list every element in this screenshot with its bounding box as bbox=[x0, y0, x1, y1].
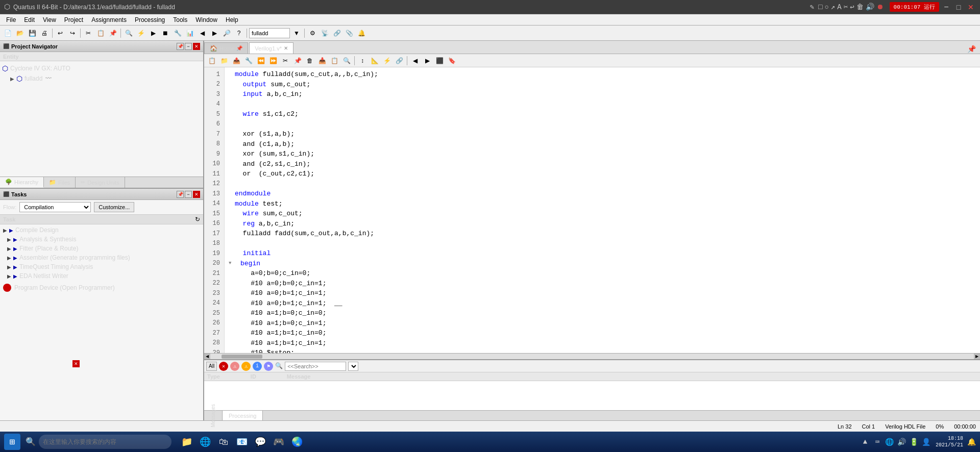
analyze-button[interactable]: 🔧 bbox=[172, 28, 183, 39]
tasks-min-button[interactable]: − bbox=[185, 191, 192, 198]
menu-view[interactable]: View bbox=[39, 15, 60, 24]
refresh-task-button[interactable]: ↻ bbox=[195, 216, 200, 223]
task-eda-netlist[interactable]: ▶ ▶ EDA Netlist Writer bbox=[1, 271, 202, 281]
nav-unpin-button[interactable]: 📌 bbox=[177, 43, 184, 50]
taskbar-icon-store[interactable]: 🛍 bbox=[215, 434, 232, 450]
stop-button[interactable]: ⏹ bbox=[160, 28, 171, 39]
menu-processing[interactable]: Processing bbox=[131, 15, 169, 24]
taskbar-icon-app2[interactable]: 🌏 bbox=[289, 434, 305, 450]
ed-btn-17[interactable]: ◀ bbox=[409, 55, 421, 66]
menu-window[interactable]: Window bbox=[191, 15, 222, 24]
tab-hierarchy[interactable]: 🌳 Hierarchy bbox=[0, 177, 44, 188]
ed-btn-6[interactable]: ⏩ bbox=[267, 55, 279, 66]
find-button[interactable]: 🔍 bbox=[123, 28, 134, 39]
tb-btn-extra1[interactable]: ⚙ bbox=[307, 28, 318, 39]
info-icon[interactable]: i bbox=[253, 362, 262, 371]
ed-btn-14[interactable]: 📐 bbox=[369, 55, 380, 66]
warning-icon[interactable]: ⚠ bbox=[230, 362, 239, 371]
task-timequest[interactable]: ▶ ▶ TimeQuest Timing Analysis bbox=[1, 262, 202, 271]
sys-up-icon[interactable]: ▲ bbox=[860, 437, 870, 447]
hscroll-left-button[interactable]: ◀ bbox=[204, 354, 210, 360]
start-button[interactable]: ▶ bbox=[148, 28, 159, 39]
msg-tab-processing[interactable]: Processing bbox=[223, 411, 263, 420]
stop-icon[interactable]: □ bbox=[818, 3, 822, 11]
zoom-button[interactable]: 🔎 bbox=[221, 28, 232, 39]
compile-button[interactable]: ⚡ bbox=[135, 28, 146, 39]
ed-btn-20[interactable]: 🔖 bbox=[446, 55, 457, 66]
ed-btn-8[interactable]: 📌 bbox=[292, 55, 303, 66]
taskbar-search-input[interactable] bbox=[39, 435, 172, 449]
nav-close-button[interactable]: ✕ bbox=[193, 43, 200, 50]
nav-min-button[interactable]: − bbox=[185, 43, 192, 50]
hscroll-thumb[interactable] bbox=[222, 355, 262, 359]
undo-button[interactable]: ↩ bbox=[55, 28, 66, 39]
record-icon[interactable]: ⏺ bbox=[876, 3, 884, 11]
tb-btn-extra3[interactable]: 🔗 bbox=[331, 28, 342, 39]
code-content[interactable]: module fulladd(sum,c_cut,a,,b,c_in); out… bbox=[225, 67, 980, 353]
ed-btn-7[interactable]: ✂ bbox=[280, 55, 291, 66]
redo-button[interactable]: ↪ bbox=[67, 28, 78, 39]
entity-search-button[interactable]: ▼ bbox=[291, 28, 302, 39]
task-compile-design[interactable]: ▶ ▶ Compile Design bbox=[1, 225, 202, 235]
tab-home[interactable]: 🏠 Home 📌 bbox=[204, 42, 248, 54]
ed-btn-15[interactable]: ⚡ bbox=[381, 55, 393, 66]
nav-entity-item[interactable]: ▶ ⬡ fulladd 〰 bbox=[2, 73, 201, 84]
entity-search-input[interactable] bbox=[249, 28, 290, 38]
forward-button[interactable]: ▶ bbox=[209, 28, 220, 39]
sys-user-icon[interactable]: 👤 bbox=[921, 437, 932, 447]
start-button[interactable]: ⊞ bbox=[4, 434, 20, 450]
code-editor[interactable]: 1234567891011121314151617181920212223242… bbox=[204, 67, 980, 353]
open-button[interactable]: 📂 bbox=[14, 28, 26, 39]
flow-select[interactable]: Compilation bbox=[19, 202, 91, 212]
customize-button[interactable]: Customize... bbox=[94, 202, 134, 212]
print-button[interactable]: 🖨 bbox=[39, 28, 50, 39]
tb-btn-extra4[interactable]: 📎 bbox=[344, 28, 355, 39]
tab-verilog-close[interactable]: ✕ bbox=[284, 45, 288, 51]
ed-btn-10[interactable]: 📥 bbox=[316, 55, 328, 66]
taskbar-icon-explorer[interactable]: 📁 bbox=[179, 434, 195, 450]
copy-button[interactable]: 📋 bbox=[95, 28, 106, 39]
new-button[interactable]: 📄 bbox=[2, 28, 13, 39]
ed-btn-2[interactable]: 📁 bbox=[218, 55, 230, 66]
menu-edit[interactable]: Edit bbox=[20, 15, 39, 24]
sys-battery-icon[interactable]: 🔋 bbox=[909, 437, 919, 447]
tb-btn-extra2[interactable]: 📡 bbox=[319, 28, 330, 39]
fold-button[interactable]: ▼ bbox=[229, 260, 231, 267]
menu-file[interactable]: File bbox=[2, 15, 20, 24]
msg-search-input[interactable] bbox=[285, 362, 346, 371]
tab-design-units[interactable]: ✏ Design Units bbox=[76, 177, 125, 188]
caution-icon[interactable]: ⚠ bbox=[241, 362, 251, 371]
tab-files[interactable]: 📁 Files bbox=[44, 177, 76, 188]
paste-button[interactable]: 📌 bbox=[107, 28, 118, 39]
scissors-icon[interactable]: ✂ bbox=[844, 3, 848, 11]
pointer-icon[interactable]: ↗ bbox=[831, 3, 835, 11]
menu-assignments[interactable]: Assignments bbox=[87, 15, 131, 24]
error-icon[interactable]: ✕ bbox=[219, 362, 228, 371]
taskbar-icon-wechat[interactable]: 💬 bbox=[252, 434, 268, 450]
tab-verilog[interactable]: Verilog1.v* ✕ bbox=[249, 42, 293, 54]
ed-btn-13[interactable]: ↕ bbox=[357, 55, 368, 66]
menu-tools[interactable]: Tools bbox=[169, 15, 191, 24]
ed-btn-5[interactable]: ⏪ bbox=[255, 55, 266, 66]
undo-icon[interactable]: ↩ bbox=[850, 3, 854, 11]
ed-btn-3[interactable]: 📤 bbox=[231, 55, 242, 66]
menu-help[interactable]: Help bbox=[222, 15, 242, 24]
messages-close-button[interactable]: ✕ bbox=[72, 360, 80, 367]
back-button[interactable]: ◀ bbox=[197, 28, 208, 39]
ed-btn-4[interactable]: 🔧 bbox=[243, 55, 254, 66]
taskbar-icon-mail[interactable]: 📧 bbox=[234, 434, 250, 450]
ed-btn-12[interactable]: 🔍 bbox=[341, 55, 352, 66]
audio-icon[interactable]: 🔊 bbox=[866, 3, 874, 11]
msg-tab-messages[interactable]: Messages bbox=[204, 411, 223, 420]
msg-filter-select[interactable] bbox=[348, 362, 358, 371]
ed-btn-19[interactable]: ⬛ bbox=[434, 55, 445, 66]
tasks-unpin-button[interactable]: 📌 bbox=[177, 191, 184, 198]
taskbar-icon-edge[interactable]: 🌐 bbox=[197, 434, 213, 450]
msg-filter-all[interactable]: All bbox=[206, 362, 217, 371]
text-icon[interactable]: A bbox=[837, 3, 841, 11]
maximize-button[interactable]: □ bbox=[953, 2, 964, 12]
circle-icon[interactable]: ○ bbox=[824, 3, 828, 11]
ed-btn-16[interactable]: 🔗 bbox=[394, 55, 405, 66]
hscroll-right-button[interactable]: ▶ bbox=[974, 354, 980, 360]
task-fitter[interactable]: ▶ ▶ Fitter (Place & Route) bbox=[1, 244, 202, 253]
